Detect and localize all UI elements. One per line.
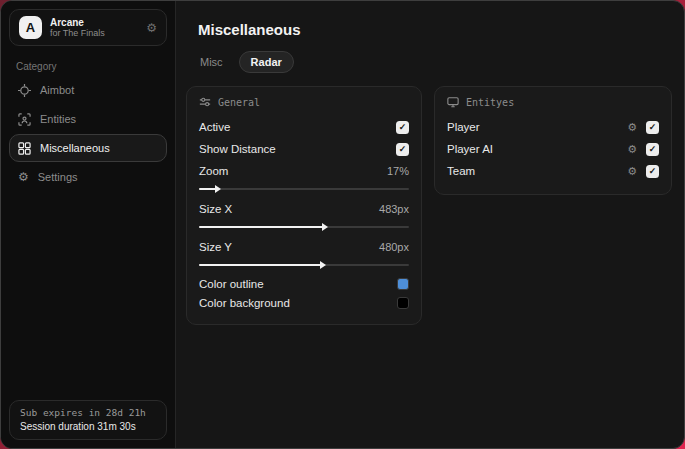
- size-x-value: 483px: [379, 203, 409, 215]
- sidebar-item-aimbot[interactable]: Aimbot: [9, 76, 167, 104]
- color-outline-swatch[interactable]: [397, 278, 409, 290]
- entity-settings-icon[interactable]: ⚙: [627, 144, 637, 155]
- sidebar: A Arcane for The Finals ⚙ Category Aimbo…: [1, 1, 176, 448]
- player-checkbox[interactable]: [646, 121, 659, 134]
- sidebar-item-miscellaneous[interactable]: Miscellaneous: [9, 134, 167, 162]
- app-name: Arcane: [50, 17, 105, 29]
- zoom-value: 17%: [387, 165, 409, 177]
- sidebar-item-label: Aimbot: [40, 84, 74, 96]
- setting-row-color-background: Color background: [199, 293, 409, 312]
- setting-label: Color outline: [199, 278, 264, 290]
- app-header-card: A Arcane for The Finals ⚙: [9, 9, 167, 46]
- tab-misc[interactable]: Misc: [188, 51, 235, 73]
- sidebar-item-entities[interactable]: Entities: [9, 105, 167, 133]
- slider-fill: [199, 226, 323, 228]
- monitor-icon: [447, 96, 459, 108]
- app-meta: Arcane for The Finals: [50, 17, 105, 39]
- slider-fill: [199, 188, 216, 190]
- slider-thumb[interactable]: [320, 261, 326, 269]
- setting-label: Active: [199, 121, 230, 133]
- entity-settings-icon[interactable]: ⚙: [627, 122, 637, 133]
- setting-label: Show Distance: [199, 143, 276, 155]
- entities-card: Entityes Player ⚙ Player AI ⚙: [434, 86, 672, 195]
- entity-label: Player AI: [447, 143, 493, 155]
- zoom-slider[interactable]: [199, 183, 409, 195]
- active-checkbox[interactable]: [396, 121, 409, 134]
- general-card-header: General: [199, 96, 409, 108]
- color-background-swatch[interactable]: [397, 297, 409, 309]
- general-card-title: General: [218, 97, 260, 108]
- general-card: General Active Show Distance Zoom 17%: [186, 86, 422, 325]
- grid-icon: [18, 142, 31, 155]
- entity-row-player-ai: Player AI ⚙: [447, 138, 659, 160]
- sidebar-item-label: Entities: [40, 113, 76, 125]
- size-y-slider[interactable]: [199, 259, 409, 271]
- slider-thumb[interactable]: [215, 185, 221, 193]
- sub-expires-text: Sub expires in 28d 21h: [20, 407, 156, 418]
- entity-settings-icon[interactable]: ⚙: [627, 166, 637, 177]
- entity-controls: ⚙: [627, 165, 659, 178]
- sidebar-item-label: Settings: [38, 171, 78, 183]
- main-content: Miscellaneous Misc Radar General Active: [176, 1, 685, 448]
- cards-row: General Active Show Distance Zoom 17%: [186, 86, 672, 325]
- player-ai-checkbox[interactable]: [646, 143, 659, 156]
- tab-bar: Misc Radar: [188, 51, 672, 73]
- tab-radar[interactable]: Radar: [239, 51, 294, 73]
- slider-track: [199, 188, 409, 190]
- app-logo: A: [19, 16, 42, 39]
- size-x-slider[interactable]: [199, 221, 409, 233]
- subscription-footer: Sub expires in 28d 21h Session duration …: [9, 400, 167, 440]
- app-subtitle: for The Finals: [50, 28, 105, 38]
- setting-row-size-y: Size Y 480px: [199, 236, 409, 258]
- entity-label: Team: [447, 165, 475, 177]
- slider-fill: [199, 264, 321, 266]
- sidebar-item-settings[interactable]: ⚙ Settings: [9, 163, 167, 191]
- setting-row-active: Active: [199, 116, 409, 138]
- entity-row-player: Player ⚙: [447, 116, 659, 138]
- entity-row-team: Team ⚙: [447, 160, 659, 182]
- show-distance-checkbox[interactable]: [396, 143, 409, 156]
- category-label: Category: [16, 61, 167, 72]
- sliders-icon: [199, 96, 211, 108]
- setting-row-show-distance: Show Distance: [199, 138, 409, 160]
- sidebar-item-label: Miscellaneous: [40, 142, 110, 154]
- setting-row-size-x: Size X 483px: [199, 198, 409, 220]
- setting-label: Size Y: [199, 241, 232, 253]
- entity-controls: ⚙: [627, 121, 659, 134]
- entity-controls: ⚙: [627, 143, 659, 156]
- size-y-value: 480px: [379, 241, 409, 253]
- scan-person-icon: [18, 113, 31, 126]
- entities-card-header: Entityes: [447, 96, 659, 108]
- page-title: Miscellaneous: [198, 21, 672, 38]
- crosshair-icon: [18, 84, 31, 97]
- setting-label: Color background: [199, 297, 290, 309]
- settings-icon[interactable]: ⚙: [146, 21, 157, 35]
- sidebar-nav: Aimbot Entities Miscellaneous ⚙ Settings: [9, 76, 167, 192]
- gear-icon: ⚙: [18, 171, 29, 183]
- setting-label: Size X: [199, 203, 232, 215]
- entities-card-title: Entityes: [466, 97, 514, 108]
- entity-label: Player: [447, 121, 480, 133]
- session-duration-text: Session duration 31m 30s: [20, 421, 156, 432]
- setting-label: Zoom: [199, 165, 228, 177]
- team-checkbox[interactable]: [646, 165, 659, 178]
- setting-row-zoom: Zoom 17%: [199, 160, 409, 182]
- slider-thumb[interactable]: [322, 223, 328, 231]
- app-window: A Arcane for The Finals ⚙ Category Aimbo…: [0, 0, 685, 449]
- setting-row-color-outline: Color outline: [199, 274, 409, 293]
